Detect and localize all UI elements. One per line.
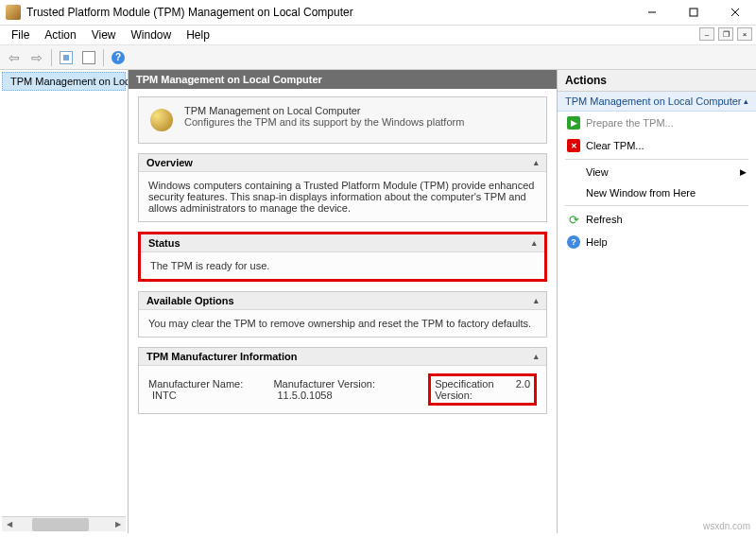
panel-icon — [60, 51, 73, 64]
action-label: Help — [586, 236, 608, 248]
section-header-manufacturer[interactable]: TPM Manufacturer Information ▴ — [139, 348, 546, 366]
app-icon — [6, 5, 21, 20]
section-header-status[interactable]: Status ▴ — [141, 234, 544, 252]
collapse-icon: ▴ — [744, 96, 748, 106]
chevron-right-icon: ▶ — [740, 167, 747, 177]
section-body: You may clear the TPM to remove ownershi… — [139, 310, 546, 337]
show-hide-tree-button[interactable] — [56, 47, 77, 68]
tree-pane: TPM Management on Local ◀ ▶ — [0, 70, 129, 533]
arrow-left-icon: ⇦ — [9, 50, 20, 65]
scroll-right-button[interactable]: ▶ — [111, 517, 126, 532]
menu-window[interactable]: Window — [124, 26, 180, 43]
menu-file[interactable]: File — [4, 26, 37, 43]
horizontal-scrollbar[interactable]: ◀ ▶ — [2, 516, 126, 531]
arrow-right-icon: ▶ — [567, 116, 580, 130]
toolbar-separator — [103, 49, 104, 66]
refresh-icon: ⟳ — [567, 213, 580, 226]
content-body: TPM Management on Local Computer Configu… — [129, 89, 557, 431]
section-title: Available Options — [146, 295, 234, 306]
properties-button[interactable] — [78, 47, 99, 68]
x-icon: ✕ — [567, 139, 580, 152]
action-help[interactable]: ? Help — [558, 231, 756, 253]
intro-box: TPM Management on Local Computer Configu… — [138, 96, 547, 144]
collapse-icon: ▴ — [534, 352, 539, 361]
mdi-controls: – ❐ × — [699, 27, 752, 41]
actions-pane: Actions TPM Management on Local Computer… — [558, 70, 756, 533]
section-title: TPM Manufacturer Information — [146, 351, 298, 362]
intro-description: Configures the TPM and its support by th… — [184, 116, 464, 128]
manufacturer-name-label: Manufacturer Name: — [148, 378, 243, 390]
tree-item-tpm[interactable]: TPM Management on Local — [2, 72, 126, 91]
svg-rect-1 — [690, 9, 697, 16]
action-label: View — [586, 166, 609, 178]
spec-version-highlight: Specification Version: 2.0 — [428, 373, 537, 406]
section-body: Windows computers containing a Trusted P… — [139, 172, 546, 221]
window-title: Trusted Platform Module (TPM) Management… — [26, 6, 631, 19]
titlebar: Trusted Platform Module (TPM) Management… — [0, 0, 756, 26]
properties-icon — [82, 51, 95, 64]
intro-title: TPM Management on Local Computer — [184, 105, 464, 116]
back-button[interactable]: ⇦ — [4, 47, 25, 68]
section-title: Overview — [146, 157, 193, 168]
tpm-key-icon — [146, 105, 177, 135]
mdi-restore-button[interactable]: ❐ — [718, 27, 733, 41]
collapse-icon: ▴ — [534, 296, 539, 305]
watermark: wsxdn.com — [703, 521, 750, 531]
action-label: Prepare the TPM... — [586, 117, 674, 129]
actions-group-title: TPM Management on Local Computer — [565, 95, 741, 107]
menubar: File Action View Window Help – ❐ × — [0, 26, 756, 45]
action-label: Clear TPM... — [586, 140, 644, 151]
action-refresh[interactable]: ⟳ Refresh — [558, 208, 756, 231]
scroll-thumb[interactable] — [32, 518, 89, 531]
help-icon: ? — [112, 51, 125, 64]
help-button[interactable]: ? — [108, 47, 129, 68]
section-header-overview[interactable]: Overview ▴ — [139, 154, 546, 172]
mdi-minimize-button[interactable]: – — [699, 27, 714, 41]
action-label: New Window from Here — [586, 187, 696, 199]
section-title: Status — [148, 237, 180, 249]
section-manufacturer: TPM Manufacturer Information ▴ Manufactu… — [138, 347, 547, 414]
manufacturer-body: Manufacturer Name: INTC Manufacturer Ver… — [139, 366, 546, 413]
action-new-window[interactable]: New Window from Here — [558, 182, 756, 203]
section-header-options[interactable]: Available Options ▴ — [139, 292, 546, 310]
action-prepare-tpm[interactable]: ▶ Prepare the TPM... — [558, 112, 756, 134]
arrow-right-icon: ⇨ — [31, 50, 43, 65]
forward-button[interactable]: ⇨ — [26, 47, 47, 68]
toolbar: ⇦ ⇨ ? — [0, 45, 756, 70]
mdi-close-button[interactable]: × — [737, 27, 752, 41]
close-button[interactable] — [714, 0, 756, 26]
scroll-left-button[interactable]: ◀ — [2, 517, 17, 532]
content-header: TPM Management on Local Computer — [129, 70, 557, 89]
actions-group-header[interactable]: TPM Management on Local Computer ▴ — [558, 92, 756, 112]
tree-item-label: TPM Management on Local — [10, 76, 129, 87]
collapse-icon: ▴ — [534, 158, 539, 167]
actions-header: Actions — [558, 70, 756, 92]
divider — [565, 205, 748, 206]
divider — [565, 159, 748, 160]
menu-action[interactable]: Action — [37, 26, 83, 43]
collapse-icon: ▴ — [532, 238, 537, 248]
section-available-options: Available Options ▴ You may clear the TP… — [138, 291, 547, 338]
action-label: Refresh — [586, 214, 623, 225]
manufacturer-name-value: INTC — [152, 390, 177, 401]
maximize-button[interactable] — [673, 0, 714, 26]
window-controls — [631, 0, 756, 26]
content-pane: TPM Management on Local Computer TPM Man… — [129, 70, 558, 533]
menu-view[interactable]: View — [84, 26, 124, 43]
manufacturer-version-value: 11.5.0.1058 — [277, 390, 332, 401]
main-content: TPM Management on Local ◀ ▶ TPM Manageme… — [0, 70, 756, 533]
spec-version-value: 2.0 — [516, 378, 530, 401]
spec-version-label: Specification Version: — [435, 378, 508, 401]
section-overview: Overview ▴ Windows computers containing … — [138, 153, 547, 222]
section-status: Status ▴ The TPM is ready for use. — [138, 232, 547, 282]
toolbar-separator — [51, 49, 52, 66]
help-icon: ? — [567, 235, 580, 249]
minimize-button[interactable] — [631, 0, 673, 26]
menu-help[interactable]: Help — [179, 26, 217, 43]
manufacturer-version-label: Manufacturer Version: — [273, 378, 375, 390]
action-view[interactable]: View ▶ — [558, 162, 756, 182]
action-clear-tpm[interactable]: ✕ Clear TPM... — [558, 134, 756, 157]
status-text: The TPM is ready for use. — [141, 252, 544, 279]
